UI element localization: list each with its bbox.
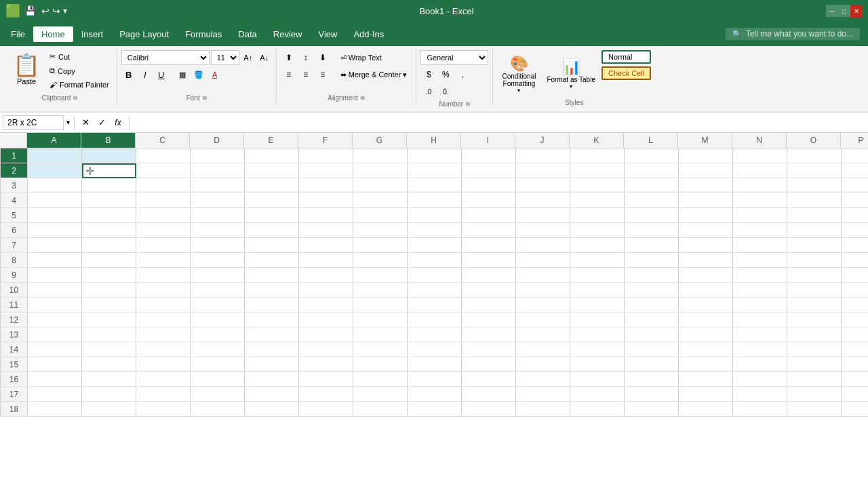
cell-11-D[interactable] [191,298,245,312]
cell-18-P[interactable] [842,402,868,417]
cell-2-A[interactable] [28,163,82,178]
cell-17-C[interactable] [136,387,191,402]
cell-11-H[interactable] [408,298,462,312]
cell-5-M[interactable] [679,208,733,223]
cell-5-B[interactable] [82,208,136,223]
cell-6-A[interactable] [28,223,82,238]
cell-16-F[interactable] [299,372,353,387]
border-button[interactable]: ▦ [175,67,190,82]
cell-18-N[interactable] [733,402,787,417]
redo-icon[interactable]: ↪ [52,5,60,16]
col-header-j[interactable]: J [515,133,570,148]
cell-6-O[interactable] [787,223,842,238]
tell-me-search[interactable]: 🔍 Tell me what you want to do... [726,28,860,40]
cell-7-N[interactable] [733,238,787,253]
cell-1-K[interactable] [570,148,625,163]
cell-13-K[interactable] [570,327,625,342]
cell-14-F[interactable] [299,342,353,357]
cell-17-G[interactable] [353,387,408,402]
cell-3-F[interactable] [299,178,353,193]
cell-1-I[interactable] [462,148,516,163]
row-num-4[interactable]: 4 [1,193,28,208]
cell-1-H[interactable] [408,148,462,163]
cell-8-D[interactable] [191,253,245,268]
cell-14-H[interactable] [408,342,462,357]
wrap-text-button[interactable]: ⏎ Wrap Text [336,50,387,65]
cell-16-O[interactable] [787,372,842,387]
cell-6-K[interactable] [570,223,625,238]
cell-12-I[interactable] [462,312,516,327]
cell-10-A[interactable] [28,283,82,298]
cell-16-N[interactable] [733,372,787,387]
row-num-14[interactable]: 14 [1,342,28,357]
copy-button[interactable]: ⧉ Copy [46,64,113,77]
cell-4-N[interactable] [733,193,787,208]
align-bottom-btn[interactable]: ⬇ [315,50,331,65]
cell-2-L[interactable] [625,163,679,178]
cell-9-E[interactable] [245,268,299,283]
cell-2-K[interactable] [570,163,625,178]
cell-11-C[interactable] [136,298,191,312]
col-header-m[interactable]: M [678,133,732,148]
cell-18-D[interactable] [191,402,245,417]
check-cell-style-button[interactable]: Check Cell [601,66,651,80]
name-box[interactable] [3,115,64,130]
cell-6-L[interactable] [625,223,679,238]
italic-button[interactable]: I [138,67,153,82]
bold-button[interactable]: B [121,67,136,82]
cell-16-P[interactable] [842,372,868,387]
cell-5-C[interactable] [136,208,191,223]
row-num-12[interactable]: 12 [1,312,28,327]
cell-2-F[interactable] [299,163,353,178]
cell-3-M[interactable] [679,178,733,193]
cell-8-M[interactable] [679,253,733,268]
cell-15-K[interactable] [570,357,625,372]
cell-7-L[interactable] [625,238,679,253]
col-header-n[interactable]: N [732,133,787,148]
cell-1-L[interactable] [625,148,679,163]
cell-8-L[interactable] [625,253,679,268]
cell-6-J[interactable] [516,223,570,238]
cell-9-D[interactable] [191,268,245,283]
cell-1-F[interactable] [299,148,353,163]
cell-5-N[interactable] [733,208,787,223]
cell-8-N[interactable] [733,253,787,268]
cell-9-F[interactable] [299,268,353,283]
maximize-btn[interactable]: □ [838,5,850,17]
save-icon[interactable]: 💾 [24,5,36,16]
row-num-2[interactable]: 2 [1,163,28,178]
cell-4-C[interactable] [136,193,191,208]
cell-17-E[interactable] [245,387,299,402]
cell-1-C[interactable] [136,148,191,163]
row-num-16[interactable]: 16 [1,372,28,387]
cell-16-D[interactable] [191,372,245,387]
cell-13-J[interactable] [516,327,570,342]
cell-12-J[interactable] [516,312,570,327]
cell-4-F[interactable] [299,193,353,208]
cell-9-C[interactable] [136,268,191,283]
cell-10-J[interactable] [516,283,570,298]
cell-18-I[interactable] [462,402,516,417]
cell-7-P[interactable] [842,238,868,253]
cell-17-A[interactable] [28,387,82,402]
cell-3-E[interactable] [245,178,299,193]
cell-11-M[interactable] [679,298,733,312]
cell-11-K[interactable] [570,298,625,312]
cell-15-N[interactable] [733,357,787,372]
cell-13-L[interactable] [625,327,679,342]
close-btn[interactable]: ✕ [850,5,863,17]
cell-8-K[interactable] [570,253,625,268]
cell-10-G[interactable] [353,283,408,298]
col-header-b[interactable]: B [81,133,136,148]
cell-9-K[interactable] [570,268,625,283]
cell-7-E[interactable] [245,238,299,253]
cell-4-I[interactable] [462,193,516,208]
row-num-10[interactable]: 10 [1,283,28,298]
cell-1-E[interactable] [245,148,299,163]
cell-15-J[interactable] [516,357,570,372]
cell-12-E[interactable] [245,312,299,327]
menu-insert[interactable]: Insert [73,26,112,42]
cell-6-I[interactable] [462,223,516,238]
cell-11-L[interactable] [625,298,679,312]
cell-2-I[interactable] [462,163,516,178]
